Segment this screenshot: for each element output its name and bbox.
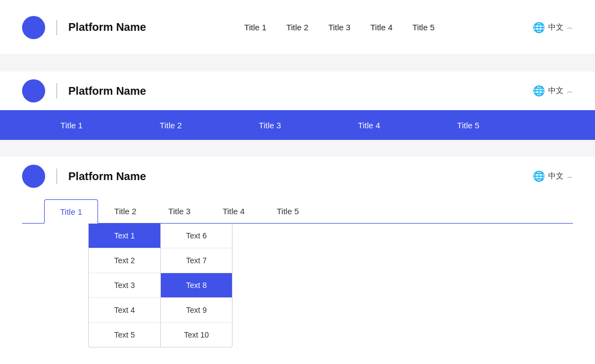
logo-circle-3	[22, 165, 45, 188]
dropdown-item-1-2[interactable]: Text 2	[89, 248, 160, 273]
nav-link-1-2[interactable]: Title 2	[286, 23, 309, 32]
navbar2-nav-item-2[interactable]: Title 2	[121, 110, 220, 140]
navbar3-tab-area: Title 1 Title 2 Title 3 Title 4 Title 5	[0, 195, 595, 224]
globe-icon-3: 🌐	[533, 170, 545, 182]
logo-circle-1	[22, 16, 45, 39]
navbar2-nav-item-4[interactable]: Title 4	[320, 110, 419, 140]
brand-name-1: Platform Name	[68, 21, 146, 34]
divider-1	[56, 20, 57, 35]
dropdown-item-2-1[interactable]: Text 6	[161, 224, 232, 248]
dropdown-col-2: Text 6 Text 7 Text 8 Text 9 Text 10	[160, 224, 232, 347]
dropdown-area: Text 1 Text 2 Text 3 Text 4 Text 5 Text …	[0, 224, 595, 364]
nav-link-1-5[interactable]: Title 5	[413, 23, 435, 32]
globe-icon-1: 🌐	[533, 21, 545, 34]
navbar3-tabs: Title 1 Title 2 Title 3 Title 4 Title 5	[22, 195, 573, 223]
navbar3-top: Platform Name 🌐 中文 ︿	[0, 157, 595, 195]
navbar2-nav: Title 1 Title 2 Title 3 Title 4 Title 5	[0, 110, 595, 140]
dropdown-item-2-4[interactable]: Text 9	[161, 298, 232, 323]
nav-link-1-1[interactable]: Title 1	[244, 23, 266, 32]
chevron-down-icon-1: ︿	[567, 23, 573, 31]
navbar-1: Platform Name Title 1 Title 2 Title 3 Ti…	[0, 0, 595, 55]
dropdown-item-1-5[interactable]: Text 5	[89, 323, 160, 347]
tab-item-3[interactable]: Title 3	[153, 199, 207, 223]
navbar-2: Platform Name 🌐 中文 ︿ Title 1 Title 2 Tit…	[0, 72, 595, 140]
nav-link-1-4[interactable]: Title 4	[370, 23, 392, 32]
logo-circle-2	[22, 79, 45, 102]
dropdown-item-1-1[interactable]: Text 1	[89, 224, 160, 248]
tab-item-2[interactable]: Title 2	[98, 199, 152, 223]
dropdown-item-1-4[interactable]: Text 4	[89, 298, 160, 323]
divider-3	[56, 169, 57, 184]
dropdown-item-2-3[interactable]: Text 8	[161, 273, 232, 298]
nav-links-1: Title 1 Title 2 Title 3 Title 4 Title 5	[244, 23, 434, 32]
chevron-down-icon-2: ︿	[567, 87, 573, 95]
dropdown-item-2-2[interactable]: Text 7	[161, 248, 232, 273]
navbar2-top: Platform Name 🌐 中文 ︿	[0, 72, 595, 110]
lang-text-1: 中文	[548, 23, 564, 32]
dropdown-col-1: Text 1 Text 2 Text 3 Text 4 Text 5	[89, 224, 160, 347]
lang-selector-3[interactable]: 🌐 中文 ︿	[533, 170, 573, 182]
tab-item-4[interactable]: Title 4	[207, 199, 261, 223]
tab-item-1[interactable]: Title 1	[44, 199, 98, 224]
nav-link-1-3[interactable]: Title 3	[328, 23, 350, 32]
divider-2	[56, 83, 57, 99]
lang-selector-2[interactable]: 🌐 中文 ︿	[533, 85, 573, 97]
lang-selector-1[interactable]: 🌐 中文 ︿	[533, 21, 573, 34]
lang-text-2: 中文	[548, 86, 564, 96]
dropdown-item-2-5[interactable]: Text 10	[161, 323, 232, 347]
chevron-down-icon-3: ︿	[567, 172, 573, 181]
dropdown-container: Text 1 Text 2 Text 3 Text 4 Text 5 Text …	[88, 224, 232, 347]
brand-1: Platform Name	[22, 16, 146, 39]
lang-text-3: 中文	[548, 171, 564, 181]
tab-item-5[interactable]: Title 5	[261, 199, 315, 223]
brand-3: Platform Name	[22, 165, 146, 188]
navbar2-nav-item-5[interactable]: Title 5	[419, 110, 518, 140]
dropdown-item-1-3[interactable]: Text 3	[89, 273, 160, 298]
globe-icon-2: 🌐	[533, 85, 545, 97]
navbar2-nav-item-3[interactable]: Title 3	[220, 110, 320, 140]
brand-2: Platform Name	[22, 79, 146, 102]
navbar-3: Platform Name 🌐 中文 ︿ Title 1 Title 2 Tit…	[0, 157, 595, 364]
brand-name-2: Platform Name	[68, 85, 146, 97]
brand-name-3: Platform Name	[68, 170, 146, 183]
navbar2-nav-item-1[interactable]: Title 1	[22, 110, 121, 140]
